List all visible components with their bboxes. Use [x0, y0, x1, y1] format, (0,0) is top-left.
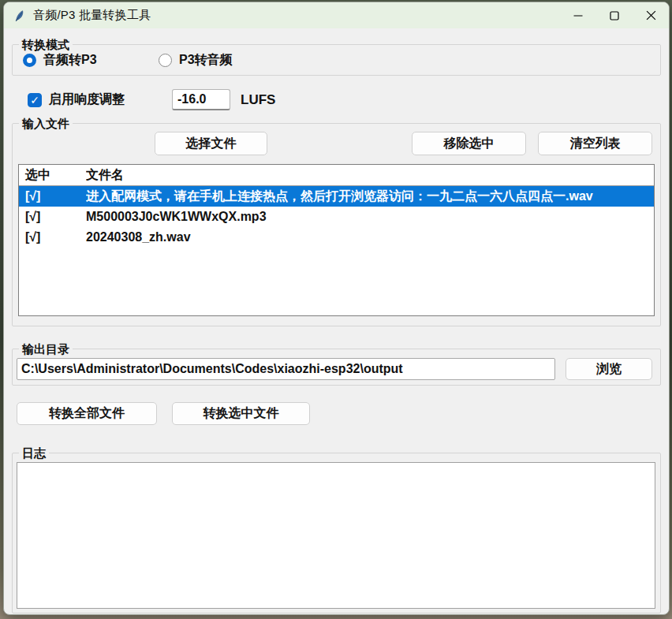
- select-files-button[interactable]: 选择文件: [155, 132, 267, 155]
- input-files-section: 输入文件 选择文件 移除选中 清空列表 选中 文件名 [√] 进入配网模式，请在…: [12, 123, 661, 326]
- row-filename[interactable]: 进入配网模式，请在手机上连接热点，然后打开浏览器访问：一九二点一六八点四点一.w…: [86, 188, 654, 205]
- radio-selected-icon: [23, 54, 36, 67]
- column-header-filename[interactable]: 文件名: [86, 167, 654, 184]
- log-section: 日志: [12, 453, 661, 613]
- table-row[interactable]: [√] 20240308_zh.wav: [19, 227, 654, 248]
- close-icon: [646, 10, 656, 21]
- convert-buttons-row: 转换全部文件 转换选中文件: [12, 402, 661, 424]
- table-row[interactable]: [√] M500003J0cWK1WWxQX.mp3: [19, 207, 654, 227]
- convert-all-button[interactable]: 转换全部文件: [17, 402, 157, 425]
- loudness-checkbox-label: 启用响度调整: [49, 91, 125, 108]
- tk-feather-icon: [13, 9, 26, 22]
- file-list-table[interactable]: 选中 文件名 [√] 进入配网模式，请在手机上连接热点，然后打开浏览器访问：一九…: [18, 164, 655, 316]
- row-check-mark[interactable]: [√]: [19, 230, 86, 244]
- file-list-header[interactable]: 选中 文件名: [19, 165, 654, 186]
- window-title: 音频/P3 批量转换工具: [33, 8, 151, 23]
- maximize-button[interactable]: [596, 2, 633, 28]
- minimize-button[interactable]: [560, 2, 596, 28]
- lufs-value-input[interactable]: [172, 89, 230, 110]
- loudness-checkbox[interactable]: ✓: [28, 93, 42, 107]
- column-header-checked[interactable]: 选中: [19, 167, 86, 184]
- output-dir-label: 输出目录: [19, 341, 73, 356]
- log-label: 日志: [19, 446, 49, 461]
- remove-selected-button[interactable]: 移除选中: [412, 132, 526, 155]
- input-files-label: 输入文件: [19, 116, 73, 131]
- row-check-mark[interactable]: [√]: [19, 189, 86, 203]
- table-row[interactable]: [√] 进入配网模式，请在手机上连接热点，然后打开浏览器访问：一九二点一六八点四…: [19, 186, 654, 207]
- radio-p3-to-audio-label: P3转音频: [179, 52, 233, 69]
- maximize-icon: [610, 11, 619, 21]
- convert-selected-button[interactable]: 转换选中文件: [172, 402, 310, 425]
- radio-p3-to-audio[interactable]: P3转音频: [159, 52, 233, 69]
- output-dir-section: 输出目录 浏览: [12, 349, 661, 386]
- loudness-row: ✓ 启用响度调整 LUFS: [12, 89, 661, 110]
- clear-list-button[interactable]: 清空列表: [538, 132, 652, 155]
- window-content: 转换模式 音频转P3 P3转音频 ✓ 启用响度调整 LUFS 输入文件 选择文件…: [4, 28, 669, 614]
- file-buttons-row: 选择文件 移除选中 清空列表: [18, 132, 655, 155]
- title-bar[interactable]: 音频/P3 批量转换工具: [4, 2, 669, 28]
- log-textarea[interactable]: [17, 462, 655, 609]
- radio-audio-to-p3-label: 音频转P3: [43, 52, 97, 69]
- browse-button[interactable]: 浏览: [566, 358, 652, 380]
- conversion-mode-section: 转换模式 音频转P3 P3转音频: [12, 44, 661, 76]
- row-check-mark[interactable]: [√]: [19, 210, 86, 224]
- lufs-unit-label: LUFS: [241, 92, 275, 108]
- minimize-icon: [573, 11, 583, 21]
- row-filename[interactable]: 20240308_zh.wav: [86, 230, 654, 244]
- radio-unselected-icon: [159, 54, 172, 67]
- caption-buttons: [560, 2, 669, 28]
- row-filename[interactable]: M500003J0cWK1WWxQX.mp3: [86, 210, 654, 224]
- app-window: 音频/P3 批量转换工具 转换模式: [3, 2, 670, 615]
- output-path-input[interactable]: [17, 358, 555, 380]
- radio-audio-to-p3[interactable]: 音频转P3: [23, 52, 159, 69]
- close-button[interactable]: [633, 2, 669, 28]
- conversion-mode-label: 转换模式: [19, 37, 73, 52]
